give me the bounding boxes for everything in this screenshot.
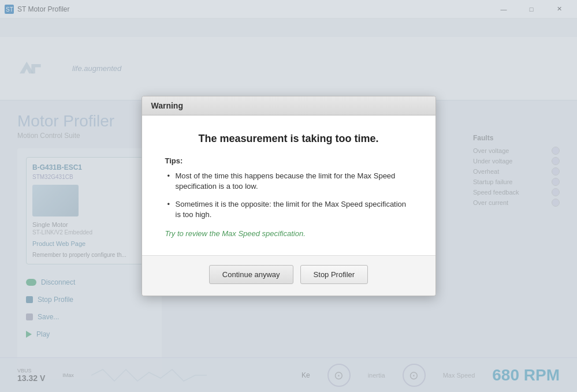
tip-2: Sometimes it is the opposite: the limit … bbox=[165, 199, 412, 220]
tip-1-text: Most of the time this happens because th… bbox=[176, 171, 396, 191]
tips-list: Most of the time this happens because th… bbox=[165, 171, 412, 220]
review-link: Try to review the Max Speed specificatio… bbox=[165, 229, 412, 238]
stop-profiler-button[interactable]: Stop Profiler bbox=[300, 265, 368, 284]
dialog-title: Warning bbox=[151, 101, 183, 110]
tips-label: Tips: bbox=[165, 156, 412, 165]
tip-1: Most of the time this happens because th… bbox=[165, 171, 412, 192]
warning-dialog: Warning The measurement is taking too ti… bbox=[142, 96, 436, 296]
continue-anyway-button[interactable]: Continue anyway bbox=[209, 265, 293, 284]
stop-profiler-label: Stop Profiler bbox=[314, 270, 355, 279]
tip-2-text: Sometimes it is the opposite: the limit … bbox=[176, 200, 407, 219]
dialog-main-text: The measurement is taking too time. bbox=[165, 133, 412, 145]
continue-anyway-label: Continue anyway bbox=[222, 270, 280, 279]
dialog-body: The measurement is taking too time. Tips… bbox=[142, 115, 435, 255]
dialog-footer: Continue anyway Stop Profiler bbox=[142, 255, 435, 296]
dialog-header: Warning bbox=[142, 96, 435, 115]
modal-overlay: Warning The measurement is taking too ti… bbox=[0, 0, 577, 392]
